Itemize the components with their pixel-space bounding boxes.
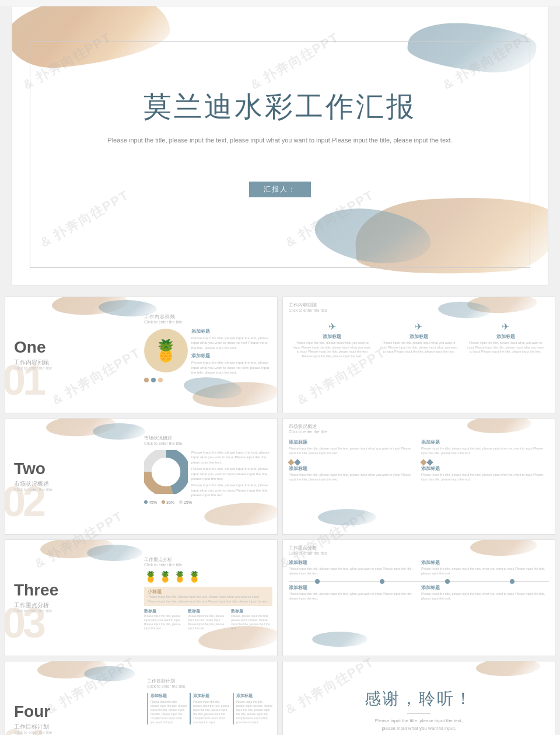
s2b-item4: 添加标题 Please input the title, please inpu… <box>421 460 549 482</box>
s3-items-row: 数标题 Please input the title, please input… <box>144 608 272 631</box>
pineapple-s3-2: 🍍 <box>159 570 172 583</box>
s2-pct3: 25% <box>179 500 192 504</box>
s2b-diamonds2 <box>421 460 549 465</box>
s2-text: Please input the title, please inpu t th… <box>191 450 272 498</box>
s3-item1-body: Please input the title, please input wha… <box>144 614 186 631</box>
s1-body: 🍍 添加标题 Please input the title, please in… <box>144 329 272 375</box>
s3b-item1: 添加标题 Please input the title, please inpu… <box>289 560 416 576</box>
s2b-body4: Please input the title, please input the… <box>421 473 549 482</box>
pct-val-2: 30% <box>166 500 174 504</box>
plane-icon-2: ✈ <box>380 321 458 332</box>
timeline-line <box>289 581 549 582</box>
s2-text3: Please input the title, please input the… <box>191 483 272 497</box>
s1b-body1: Please input the title, please input wha… <box>293 341 371 359</box>
s2-content: 市场状况概述 Click to enter the title Please i… <box>144 435 272 504</box>
s1b-col2: ✈ 添加标题 Please input the title, please in… <box>380 321 458 359</box>
pct-dot-2 <box>162 500 165 504</box>
slide-two-b: 市场状况概述 Click to enter the title 添加标题 Ple… <box>282 418 555 535</box>
slide-two: 02 Two 市场状况概述 Click to enter the title 市… <box>5 418 278 535</box>
thank-you-sub: Please input the title, please input the… <box>372 717 466 733</box>
s4-tag2: Click to enter the title <box>147 684 272 688</box>
s1-body1: Please input the title, please input the… <box>191 336 272 350</box>
s3-item1: 数标题 Please input the title, please input… <box>144 608 186 631</box>
dot-light <box>158 378 163 382</box>
diamond-icon-1 <box>288 459 294 466</box>
s1b-label2: 添加标题 <box>380 334 458 340</box>
s3b-label4: 添加标题 <box>421 585 549 591</box>
s3b-body2: Please input the title, please input the… <box>421 567 549 576</box>
s3b-grid: 添加标题 Please input the title, please inpu… <box>289 560 549 576</box>
pct-dot-3 <box>179 500 183 504</box>
s2b-diamonds1 <box>289 460 416 465</box>
s3b-body1: Please input the title, please input the… <box>289 567 416 576</box>
plane-icon-1: ✈ <box>293 321 371 332</box>
s3-item3: 数标题 Please, please input the text, pleas… <box>231 608 272 631</box>
pineapple-s3-3: 🍍 <box>173 570 186 583</box>
s4-col3-label: 添加标题 <box>236 693 272 699</box>
s3-item3-label: 数标题 <box>231 608 272 614</box>
s4-col2-body: Please input the title, please input the… <box>193 700 229 724</box>
s1-label1: 添加标题 <box>191 329 272 335</box>
pct-dot-1 <box>144 500 148 504</box>
pineapple-s3-1: 🍍 <box>144 570 157 583</box>
s1b-body3: Please input the title, please input wha… <box>467 341 545 354</box>
s3b-item4: 添加标题 Please input the title, please inpu… <box>421 585 549 601</box>
thank-divider <box>407 713 430 714</box>
thank-you-title: 感谢，聆听！ <box>365 688 473 710</box>
s2b-grid: 添加标题 Please input the title, please inpu… <box>289 440 549 482</box>
s2b-item2: 添加标题 Please input the title, please inpu… <box>421 440 549 455</box>
slide-three-b: 工作重点分析 Click to enter the title 添加标题 Ple… <box>282 539 555 656</box>
s3b-item2: 添加标题 Please input the title, please inpu… <box>421 560 549 576</box>
s4-col1-label: 添加标题 <box>150 693 187 699</box>
dot-blue <box>151 378 156 382</box>
slide-three: 03 Three 工作重点分析 Click to enter the title… <box>5 539 278 656</box>
s2-pct2: 30% <box>162 500 174 504</box>
diamond-icon-3 <box>420 459 426 466</box>
section-subtitle-one: 工作内容回顾 <box>14 358 49 367</box>
section-click-two: Click to enter the title <box>14 487 52 492</box>
section-word-three: Three <box>14 581 58 600</box>
s2-tag2: Click to enter the title <box>144 441 272 445</box>
s3-item1-label: 数标题 <box>144 608 186 614</box>
s1-body2: Please input the title, please input the… <box>191 360 272 375</box>
s2-text2: Please input the title, please input the… <box>191 466 272 481</box>
s3b-grid2: 添加标题 Please input the title, please inpu… <box>289 585 549 601</box>
section-word-two: Two <box>14 459 46 478</box>
pie-chart <box>144 450 188 494</box>
s1-dots <box>144 378 272 382</box>
plane-icon-3: ✈ <box>467 321 545 332</box>
s4-col1: 添加标题 Please input the title, please inpu… <box>147 693 187 724</box>
tl-dot-3 <box>445 579 450 584</box>
s2b-label1: 添加标题 <box>289 440 416 445</box>
s3-sub-label: 小标题 <box>148 589 269 595</box>
s3b-label3: 添加标题 <box>289 585 416 591</box>
s1-text-block: 添加标题 Please input the title, please inpu… <box>191 329 272 375</box>
s3b-label1: 添加标题 <box>289 560 416 566</box>
tl-dot-1 <box>315 579 320 584</box>
s3-content: 工作重点分析 Click to enter the title 🍍 🍍 🍍 🍍 … <box>144 556 272 631</box>
section-subtitle-four: 工作目标计划 <box>14 723 49 731</box>
brush-s2-2 <box>93 423 145 440</box>
s1b-label3: 添加标题 <box>467 334 545 340</box>
page-wrapper: & 扑奔向往PPT & 扑奔向往PPT & 扑奔向往PPT & 扑奔向往PPT … <box>0 6 560 735</box>
s3b-item3: 添加标题 Please input the title, please inpu… <box>289 585 416 601</box>
s1b-body2: Please input the title, please input wha… <box>380 341 458 354</box>
s3-sub-block: 小标题 Please input the title, please input… <box>144 587 272 606</box>
slide-one-b: 工作内容回顾 Click to enter the title ✈ 添加标题 P… <box>282 297 555 413</box>
s2b-label4: 添加标题 <box>421 466 549 472</box>
s3-sub-body: Please input the title, please input the… <box>148 595 269 604</box>
s3-tag: 工作重点分析 <box>144 556 272 563</box>
s4-col3: 添加标题 Please input the title, please inpu… <box>233 693 272 724</box>
diamond-icon-4 <box>426 459 433 466</box>
s4-col3-body: Please input the title, please input the… <box>236 700 272 724</box>
s2b-label2: 添加标题 <box>421 440 549 445</box>
pineapple-icon: 🍍 <box>153 339 179 363</box>
s2-tag: 市场状况概述 <box>144 435 272 441</box>
tl-dot-4 <box>510 579 514 584</box>
brush-s2b-2 <box>318 509 376 525</box>
section-word-four: Four <box>14 702 50 721</box>
hero-box <box>30 41 530 268</box>
s3-item2: 数标题 Please input the title, please input… <box>188 608 229 631</box>
hero-reporter: 汇报人： <box>249 182 311 197</box>
s1-label2: 添加标题 <box>191 353 272 359</box>
